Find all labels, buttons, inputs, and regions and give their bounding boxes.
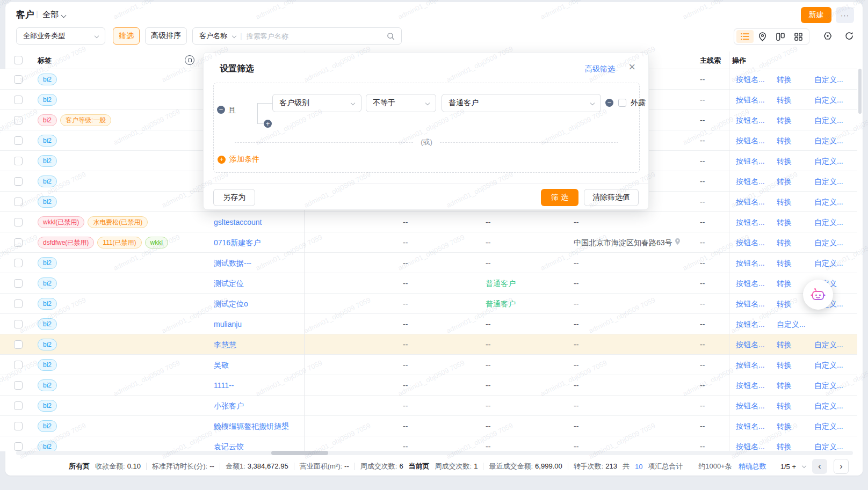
customer-name-link[interactable]: 0716新建客户 <box>214 232 261 253</box>
select-all-checkbox[interactable] <box>14 56 23 64</box>
row-action-link[interactable]: 自定义... <box>814 192 843 212</box>
row-action-link[interactable]: 自定义... <box>814 212 843 232</box>
remove-condition-icon[interactable]: − <box>605 99 613 107</box>
row-checkbox[interactable] <box>14 157 23 165</box>
row-action-link[interactable]: 按钮名... <box>736 416 765 436</box>
row-action-link[interactable]: 按钮名... <box>736 171 765 192</box>
assistant-robot-button[interactable] <box>803 280 833 310</box>
row-checkbox[interactable] <box>14 259 23 267</box>
customer-name-link[interactable]: 测试定位 <box>214 273 244 294</box>
next-page-button[interactable]: › <box>834 459 849 474</box>
row-action-link[interactable]: 转换 <box>777 69 792 90</box>
remove-group-icon[interactable]: − <box>217 106 225 114</box>
row-checkbox[interactable] <box>14 238 23 247</box>
row-action-link[interactable]: 按钮名... <box>736 192 765 212</box>
row-checkbox[interactable] <box>14 96 23 104</box>
search-field-select[interactable]: 客户名称 <box>199 31 236 41</box>
row-checkbox[interactable] <box>14 279 23 288</box>
row-checkbox[interactable] <box>14 75 23 84</box>
row-action-link[interactable]: 按钮名... <box>736 90 765 110</box>
list-view-button[interactable] <box>736 30 754 43</box>
customer-name-link[interactable]: gsltestaccount <box>214 212 262 232</box>
filter-value-select[interactable]: 普通客户 <box>442 94 601 112</box>
row-checkbox[interactable] <box>14 381 23 390</box>
expose-checkbox[interactable] <box>618 99 626 107</box>
row-action-link[interactable]: 自定义... <box>814 151 843 171</box>
row-action-link[interactable]: 按钮名... <box>736 294 765 314</box>
customer-name-link[interactable]: 1111-- <box>214 375 234 396</box>
row-action-link[interactable]: 按钮名... <box>736 334 765 355</box>
page-indicator[interactable]: 1/5 + <box>780 463 796 471</box>
row-action-link[interactable]: 按钮名... <box>736 151 765 171</box>
map-view-button[interactable] <box>754 30 771 43</box>
row-action-link[interactable]: 转换 <box>777 232 792 253</box>
refresh-icon[interactable] <box>844 31 854 41</box>
row-checkbox[interactable] <box>14 198 23 206</box>
row-action-link[interactable]: 转换 <box>777 171 792 192</box>
search-input[interactable] <box>247 32 382 40</box>
more-button[interactable]: ··· <box>836 7 854 23</box>
grid-view-button[interactable] <box>790 30 807 43</box>
add-sub-condition-icon[interactable]: + <box>264 120 272 128</box>
customer-name-link[interactable]: 小张客户 <box>214 396 244 416</box>
row-action-link[interactable]: 按钮名... <box>736 355 765 375</box>
clear-filter-button[interactable]: 清除筛选值 <box>584 189 639 206</box>
row-action-link[interactable]: 转换 <box>777 355 792 375</box>
row-checkbox[interactable] <box>14 442 23 451</box>
customer-name-link[interactable]: 袁记云饺 <box>214 436 244 451</box>
advanced-filter-link[interactable]: 高级筛选 <box>585 64 615 74</box>
close-icon[interactable]: × <box>628 60 635 74</box>
row-action-link[interactable]: 自定义... <box>814 355 843 375</box>
advanced-sort-button[interactable]: 高级排序 <box>145 27 187 45</box>
summary-count-link[interactable]: 10 <box>635 463 642 471</box>
new-button[interactable]: 新建 <box>801 7 831 23</box>
row-checkbox[interactable] <box>14 340 23 349</box>
vertical-scrollbar[interactable] <box>858 69 862 114</box>
row-action-link[interactable]: 转换 <box>777 436 792 451</box>
row-checkbox[interactable] <box>14 422 23 430</box>
row-action-link[interactable]: 转换 <box>777 212 792 232</box>
row-action-link[interactable]: 自定义... <box>814 436 843 451</box>
row-action-link[interactable]: 自定义... <box>814 130 843 151</box>
row-action-link[interactable]: 自定义... <box>814 416 843 436</box>
row-action-link[interactable]: 转换 <box>777 334 792 355</box>
row-action-link[interactable]: 按钮名... <box>736 212 765 232</box>
row-action-link[interactable]: 自定义... <box>814 110 843 130</box>
save-as-button[interactable]: 另存为 <box>213 189 255 206</box>
row-action-link[interactable]: 按钮名... <box>736 253 765 273</box>
row-checkbox[interactable] <box>14 136 23 145</box>
row-action-link[interactable]: 按钮名... <box>736 232 765 253</box>
tag-display-icon[interactable] <box>185 55 194 65</box>
row-action-link[interactable]: 转换 <box>777 273 792 294</box>
row-action-link[interactable]: 转换 <box>777 130 792 151</box>
scope-selector[interactable]: 全部 <box>42 10 59 20</box>
row-action-link[interactable]: 自定义... <box>814 69 843 90</box>
customer-name-link[interactable]: mulianju <box>214 314 242 334</box>
row-action-link[interactable]: 按钮名... <box>736 375 765 396</box>
row-action-link[interactable]: 按钮名... <box>736 436 765 451</box>
row-action-link[interactable]: 转换 <box>777 253 792 273</box>
prev-page-button[interactable]: ‹ <box>812 459 827 474</box>
filter-operator-select[interactable]: 不等于 <box>366 94 436 112</box>
kanban-view-button[interactable] <box>772 30 789 43</box>
row-action-link[interactable]: 转换 <box>777 294 792 314</box>
row-action-link[interactable]: 按钮名... <box>736 110 765 130</box>
filter-button[interactable]: 筛选 <box>113 27 140 45</box>
row-action-link[interactable]: 自定义... <box>777 314 806 334</box>
row-checkbox[interactable] <box>14 401 23 410</box>
row-action-link[interactable]: 转换 <box>777 396 792 416</box>
row-action-link[interactable]: 自定义... <box>814 334 843 355</box>
row-action-link[interactable]: 自定义... <box>814 90 843 110</box>
customer-name-link[interactable]: 测试数据--- <box>214 253 251 273</box>
row-action-link[interactable]: 按钮名... <box>736 396 765 416</box>
row-action-link[interactable]: 转换 <box>777 151 792 171</box>
row-checkbox[interactable] <box>14 299 23 308</box>
customer-name-link[interactable]: 李慧慧 <box>214 334 236 355</box>
row-action-link[interactable]: 转换 <box>777 192 792 212</box>
search-icon[interactable] <box>387 32 395 40</box>
apply-filter-button[interactable]: 筛 选 <box>541 189 578 206</box>
row-checkbox[interactable] <box>14 177 23 186</box>
row-action-link[interactable]: 转换 <box>777 110 792 130</box>
row-action-link[interactable]: 自定义... <box>814 253 843 273</box>
row-action-link[interactable]: 按钮名... <box>736 130 765 151</box>
